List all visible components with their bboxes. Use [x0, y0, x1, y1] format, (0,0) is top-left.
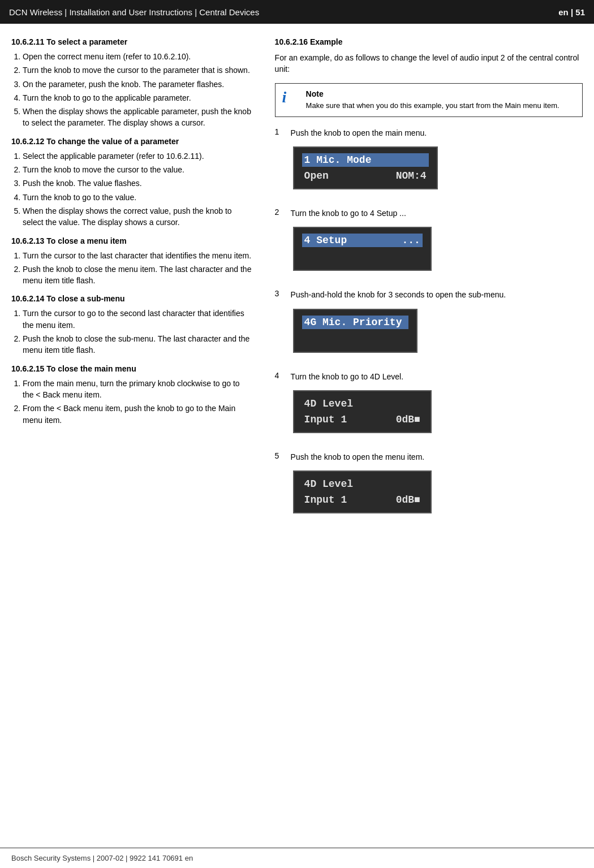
section-10-6-2-11: 10.6.2.11 To select a parameter Open the…	[11, 37, 252, 129]
left-column: 10.6.2.11 To select a parameter Open the…	[11, 37, 269, 532]
section-title: Central Devices	[199, 7, 259, 17]
list-item: Open the correct menu item (refer to 10.…	[23, 51, 252, 62]
list-item: On the parameter, push the knob. The par…	[23, 79, 252, 90]
list-item: Turn the cursor to go to the second last…	[23, 308, 252, 331]
list-item: Select the applicable parameter (refer t…	[23, 150, 252, 162]
section-heading-10-6-2-16: 10.6.2.16 Example	[275, 37, 583, 46]
lcd-row1: 4D Level	[302, 397, 423, 411]
note-content: Note Make sure that when you do this exa…	[306, 89, 559, 111]
lcd-row1: 1 Mic. Mode	[302, 153, 429, 167]
main-content: 10.6.2.11 To select a parameter Open the…	[0, 24, 594, 532]
step-2: 2 Turn the knob to go to 4 Setup ... 4 S…	[275, 208, 583, 280]
section-10-6-2-14: 10.6.2.14 To close a sub-menu Turn the c…	[11, 294, 252, 356]
section-heading-10-6-2-14: 10.6.2.14 To close a sub-menu	[11, 294, 252, 303]
lcd-row2: Input 1 0dB■	[302, 413, 423, 426]
note-title: Note	[306, 89, 559, 98]
list-item: Turn the knob to go to the applicable pa…	[23, 92, 252, 103]
lcd-screen-2: 4 Setup ...	[293, 227, 432, 271]
list-item: Push the knob. The value flashes.	[23, 178, 252, 189]
list-item: From the main menu, turn the primary kno…	[23, 378, 252, 401]
list-item: Turn the knob to move the cursor to the …	[23, 164, 252, 175]
step-text: Push the knob to open the menu item.	[291, 451, 425, 463]
section-10-6-2-13: 10.6.2.13 To close a menu item Turn the …	[11, 236, 252, 287]
lcd-screen-5: 4D Level Input 1 0dB■	[293, 470, 432, 513]
section-heading-10-6-2-15: 10.6.2.15 To close the main menu	[11, 364, 252, 373]
section-10-6-2-15: 10.6.2.15 To close the main menu From th…	[11, 364, 252, 426]
info-icon: i	[282, 89, 299, 105]
page-header: DCN Wireless | Installation and User Ins…	[0, 0, 594, 24]
step-text: Turn the knob to go to 4 Setup ...	[291, 208, 406, 219]
step-number: 5	[275, 451, 285, 460]
lcd-row1: 4G Mic. Priority	[302, 316, 408, 329]
section-intro: For an example, do as follows to change …	[275, 52, 583, 75]
list-item: Push the knob to close the menu item. Th…	[23, 264, 252, 287]
step-number: 1	[275, 127, 285, 136]
step-number: 2	[275, 208, 285, 217]
list-item: Turn the knob to move the cursor to the …	[23, 64, 252, 76]
lcd-screen-4: 4D Level Input 1 0dB■	[293, 390, 432, 433]
brand-name: DCN Wireless	[9, 7, 62, 17]
list-item: Turn the cursor to the last character th…	[23, 250, 252, 261]
steps-list-10-6-2-14: Turn the cursor to go to the second last…	[11, 308, 252, 356]
section-heading-10-6-2-13: 10.6.2.13 To close a menu item	[11, 236, 252, 245]
steps-list-10-6-2-15: From the main menu, turn the primary kno…	[11, 378, 252, 426]
section-10-6-2-12: 10.6.2.12 To change the value of a param…	[11, 137, 252, 228]
step-text: Turn the knob to go to 4D Level.	[291, 371, 404, 382]
list-item: When the display shows the correct value…	[23, 205, 252, 228]
section-heading-10-6-2-12: 10.6.2.12 To change the value of a param…	[11, 137, 252, 146]
lcd-row2: Open NOM:4	[302, 169, 429, 183]
doc-title: Installation and User Instructions	[69, 7, 192, 17]
steps-list-10-6-2-11: Open the correct menu item (refer to 10.…	[11, 51, 252, 129]
lcd-screen-1: 1 Mic. Mode Open NOM:4	[293, 146, 438, 189]
page-number: en | 51	[558, 7, 585, 17]
list-item: Push the knob to close the sub-menu. The…	[23, 333, 252, 356]
steps-list-10-6-2-12: Select the applicable parameter (refer t…	[11, 150, 252, 228]
list-item: From the < Back menu item, push the knob…	[23, 403, 252, 426]
lcd-row1: 4 Setup ...	[302, 234, 423, 247]
section-heading-10-6-2-11: 10.6.2.11 To select a parameter	[11, 37, 252, 46]
step-text: Push the knob to open the main menu.	[291, 127, 427, 139]
lcd-row2	[302, 249, 423, 264]
step-number: 3	[275, 289, 285, 298]
step-5: 5 Push the knob to open the menu item. 4…	[275, 451, 583, 522]
list-item: When the display shows the applicable pa…	[23, 106, 252, 129]
list-item: Turn the knob to go to the value.	[23, 192, 252, 203]
page-footer: Bosch Security Systems | 2007-02 | 9922 …	[0, 848, 594, 868]
header-title: DCN Wireless | Installation and User Ins…	[9, 7, 259, 17]
lcd-row2	[302, 331, 408, 346]
step-number: 4	[275, 371, 285, 380]
step-4: 4 Turn the knob to go to 4D Level. 4D Le…	[275, 371, 583, 442]
note-text: Make sure that when you do this example,…	[306, 101, 559, 111]
lcd-screen-3: 4G Mic. Priority	[293, 309, 417, 353]
lcd-row2: Input 1 0dB■	[302, 493, 423, 507]
step-1: 1 Push the knob to open the main menu. 1…	[275, 127, 583, 198]
note-box: i Note Make sure that when you do this e…	[275, 83, 583, 117]
right-column: 10.6.2.16 Example For an example, do as …	[269, 37, 583, 532]
lcd-row1: 4D Level	[302, 477, 423, 491]
steps-list-10-6-2-13: Turn the cursor to the last character th…	[11, 250, 252, 287]
step-3: 3 Push-and-hold the knob for 3 seconds t…	[275, 289, 583, 361]
step-text: Push-and-hold the knob for 3 seconds to …	[291, 289, 506, 300]
footer-text: Bosch Security Systems | 2007-02 | 9922 …	[11, 854, 193, 862]
